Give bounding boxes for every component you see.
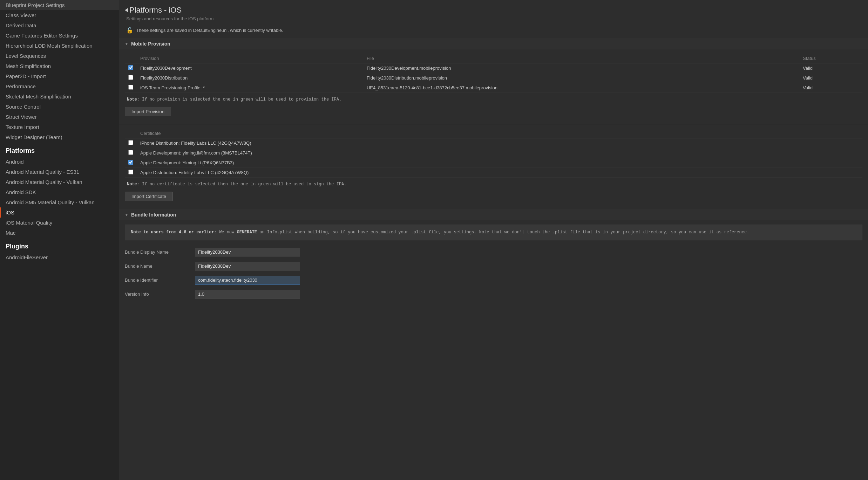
mobile-provision-header[interactable]: Mobile Provision [119,38,868,49]
provision-file-0: Fidelity2030Development.mobileprovision [363,63,799,73]
provision-check-header [125,54,137,63]
page-subtitle: Settings and resources for the iOS platf… [119,16,868,25]
sidebar-item-class-viewer[interactable]: Class Viewer [0,10,119,20]
main-content: Platforms - iOS Settings and resources f… [119,0,868,480]
cert-checkbox-cell [125,148,137,158]
cert-note: Note: If no certificate is selected then… [125,178,862,190]
cert-checkbox-2[interactable] [128,160,133,165]
page-title: Platforms - iOS [129,6,182,15]
bundle-information-section: Bundle Information Note to users from 4.… [119,209,868,306]
provision-checkbox-0[interactable] [128,65,133,70]
cert-note-label: Note [127,182,137,187]
sidebar-item-skeletal-mesh[interactable]: Skeletal Mesh Simplification [0,91,119,102]
lock-icon: 🔓 [126,27,133,34]
provision-checkbox-cell [125,63,137,73]
sidebar-item-game-features[interactable]: Game Features Editor Settings [0,30,119,41]
cert-check-header [125,129,137,138]
provision-checkbox-cell [125,73,137,83]
bundle-collapse-icon [125,212,128,217]
provision-file-1: Fideilty2030Distribution.mobileprovision [363,73,799,83]
sidebar-item-android[interactable]: Android [0,157,119,167]
provision-table-body: Fidelity2030Development Fidelity2030Deve… [125,63,862,93]
provision-note-label: Note [127,97,137,102]
bundle-field-input-3[interactable] [195,290,300,299]
provision-table: Provision File Status Fidelity2030Develo… [125,54,862,93]
cert-row: Apple Distribution: Fidelity Labs LLC (4… [125,168,862,178]
sidebar-item-ios-mq[interactable]: iOS Material Quality [0,218,119,228]
sidebar-item-android-file-server[interactable]: AndroidFileServer [0,252,119,262]
bundle-field-label-0: Bundle Display Name [125,249,195,255]
bundle-generate-note: Note to users from 4.6 or earlier: We no… [125,225,862,240]
status-col-header: Status [799,54,862,63]
provision-row: Fidelity2030Development Fidelity2030Deve… [125,63,862,73]
cert-checkbox-cell [125,168,137,178]
sidebar-item-mac[interactable]: Mac [0,228,119,238]
cert-row: Apple Development: Yiming Li (P6XQ6N77B3… [125,158,862,168]
cert-checkbox-cell [125,158,137,168]
provision-name-0: Fidelity2030Development [137,63,363,73]
provision-row: Fideilty2030Distribution Fideilty2030Dis… [125,73,862,83]
bundle-information-header[interactable]: Bundle Information [119,209,868,220]
provision-note-text: : If no provision is selected the one in… [137,97,341,102]
file-col-header: File [363,54,799,63]
bundle-field-label-1: Bundle Name [125,263,195,269]
page-title-row: Platforms - iOS [119,0,868,16]
import-provision-button[interactable]: Import Provision [125,107,171,116]
sidebar-item-hierarchical-lod[interactable]: Hierarchical LOD Mesh Simplification [0,41,119,51]
cert-checkbox-1[interactable] [128,150,133,155]
collapse-platforms-icon[interactable] [125,8,128,12]
sidebar-item-widget-designer[interactable]: Widget Designer (Team) [0,132,119,142]
sidebar-item-android-sm5[interactable]: Android SM5 Material Quality - Vulkan [0,197,119,207]
sidebar-top-items: Blueprint Project SettingsClass ViewerDe… [0,0,119,142]
import-certificate-button[interactable]: Import Certificate [125,192,173,201]
bundle-field-input-1[interactable] [195,262,300,270]
mobile-provision-collapse-icon [125,41,128,46]
bundle-information-label: Bundle Information [131,212,176,218]
sidebar-item-android-mq-es31[interactable]: Android Material Quality - ES31 [0,167,119,177]
certificate-table: Certificate iPhone Distribution: Fidelit… [125,129,862,178]
cert-row: iPhone Distribution: Fidelity Labs LLC (… [125,138,862,148]
certificate-section: Certificate iPhone Distribution: Fidelit… [119,124,868,209]
provision-status-0: Valid [799,63,862,73]
sidebar-item-blueprint-project-settings[interactable]: Blueprint Project Settings [0,0,119,10]
bundle-field-row: Bundle Identifier [125,273,862,287]
bundle-note-prefix: Note to users from 4.6 or earlier: We no… [131,230,749,235]
provision-row: iOS Team Provisioning Profile: * UE4_853… [125,83,862,93]
bundle-field-input-0[interactable] [195,248,300,256]
mobile-provision-section: Mobile Provision Provision File Status F… [119,38,868,124]
provision-status-1: Valid [799,73,862,83]
cert-checkbox-3[interactable] [128,170,133,174]
cert-label-2: Apple Development: Yiming Li (P6XQ6N77B3… [137,158,862,168]
bundle-fields: Bundle Display Name Bundle Name Bundle I… [125,245,862,301]
cert-checkbox-0[interactable] [128,140,133,145]
provision-checkbox-1[interactable] [128,75,133,80]
writable-text: These settings are saved in DefaultEngin… [136,28,283,33]
sidebar-item-level-sequences[interactable]: Level Sequences [0,51,119,61]
sidebar-item-android-mq-vulkan[interactable]: Android Material Quality - Vulkan [0,177,119,187]
bundle-information-body: Note to users from 4.6 or earlier: We no… [119,220,868,306]
bundle-field-input-2[interactable] [195,276,300,284]
provision-name-1: Fideilty2030Distribution [137,73,363,83]
sidebar-item-paper2d-import[interactable]: Paper2D - Import [0,71,119,81]
sidebar-item-ios[interactable]: iOS [0,207,119,218]
cert-row: Apple Development: yiming.li@fmr.com (8M… [125,148,862,158]
mobile-provision-label: Mobile Provision [131,41,170,47]
sidebar-item-source-control[interactable]: Source Control [0,102,119,112]
sidebar-item-mesh-simplification[interactable]: Mesh Simplification [0,61,119,71]
writable-notice: 🔓 These settings are saved in DefaultEng… [119,25,868,38]
plugins-header: Plugins [0,238,119,252]
sidebar-item-struct-viewer[interactable]: Struct Viewer [0,112,119,122]
provision-checkbox-cell [125,83,137,93]
cert-table-body: iPhone Distribution: Fidelity Labs LLC (… [125,138,862,178]
provision-checkbox-2[interactable] [128,85,133,90]
platforms-header: Platforms [0,142,119,157]
cert-note-text: : If no certificate is selected then the… [137,182,347,187]
bundle-field-row: Version Info [125,287,862,301]
sidebar-item-performance[interactable]: Performance [0,81,119,91]
sidebar-item-android-sdk[interactable]: Android SDK [0,187,119,197]
provision-note: Note: If no provision is selected the on… [125,93,862,105]
cert-label-0: iPhone Distribution: Fidelity Labs LLC (… [137,138,862,148]
sidebar-item-texture-import[interactable]: Texture Import [0,122,119,132]
mobile-provision-body: Provision File Status Fidelity2030Develo… [119,49,868,124]
sidebar-item-derived-data[interactable]: Derived Data [0,20,119,30]
